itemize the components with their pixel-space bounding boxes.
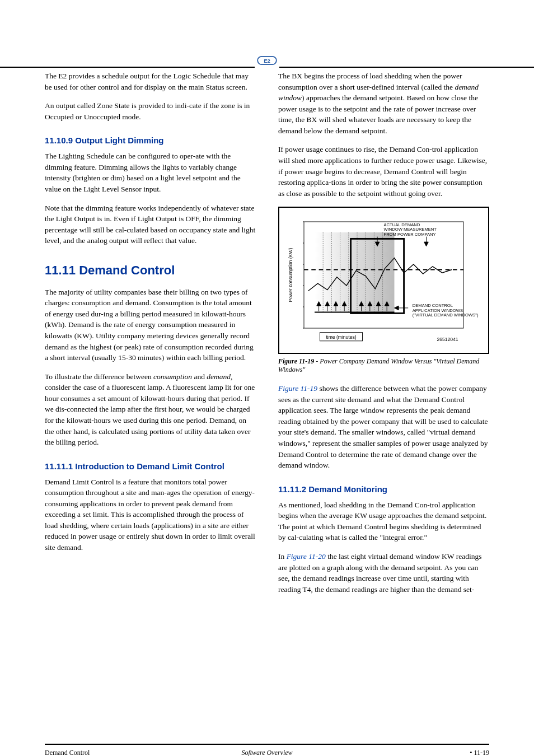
- arrow-left-icon: [395, 306, 409, 310]
- para-11-2: To illustrate the difference between con…: [45, 371, 256, 448]
- para-11-2-1: As mentioned, load shedding in the Deman…: [278, 500, 489, 543]
- figure-svg: Power consumption (KW): [283, 211, 485, 349]
- para-pre-9-1: The E2 provides a schedule output for th…: [45, 71, 256, 92]
- svg-text:("VIRTUAL DEMAND WINDOWS"): ("VIRTUAL DEMAND WINDOWS"): [413, 312, 479, 318]
- para-col2-1: The BX begins the process of load sheddi…: [278, 71, 489, 136]
- svg-text:26512041: 26512041: [437, 337, 458, 342]
- svg-rect-9: [315, 232, 395, 312]
- heading-11-11-1: 11.11.1 Introduction to Demand Limit Con…: [45, 461, 256, 471]
- figure-caption: Figure 11-19 - Power Company Demand Wind…: [278, 357, 489, 374]
- footer: Demand Control Software Overview • 11-19: [45, 749, 489, 756]
- para-11-2-2: In Figure 11-20 the last eight virtual d…: [278, 551, 489, 595]
- e2-logo-icon: E2: [255, 55, 279, 68]
- figure-11-19: Power consumption (KW): [278, 207, 489, 354]
- footer-center: Software Overview: [45, 749, 489, 756]
- fig-ylabel: Power consumption (KW): [288, 248, 293, 302]
- para-9-2: Note that the dimming feature works inde…: [45, 203, 256, 246]
- svg-text:FROM POWER COMPANY: FROM POWER COMPANY: [384, 232, 436, 237]
- para-col2-2: If power usage continues to rise, the De…: [278, 144, 489, 199]
- heading-11-10-9: 11.10.9 Output Light Dimming: [45, 136, 256, 145]
- svg-marker-45: [395, 306, 399, 310]
- svg-text:E2: E2: [264, 58, 270, 64]
- heading-11-11: 11.11 Demand Control: [45, 263, 256, 278]
- footer-rule: [45, 744, 489, 745]
- heading-11-11-2: 11.11.2 Demand Monitoring: [278, 484, 489, 494]
- para-9-1: The Lighting Schedule can be configured …: [45, 151, 256, 194]
- svg-text:time (minutes): time (minutes): [326, 334, 356, 340]
- para-pre-9-2: An output called Zone State is provided …: [45, 100, 256, 122]
- para-fig-expl: Figure 11-19 shows the difference betwee…: [278, 383, 489, 471]
- svg-marker-42: [424, 242, 429, 246]
- para-11-1: The majority of utility companies base t…: [45, 287, 256, 363]
- para-11-1-1: Demand Limit Control is a feature that m…: [45, 477, 256, 553]
